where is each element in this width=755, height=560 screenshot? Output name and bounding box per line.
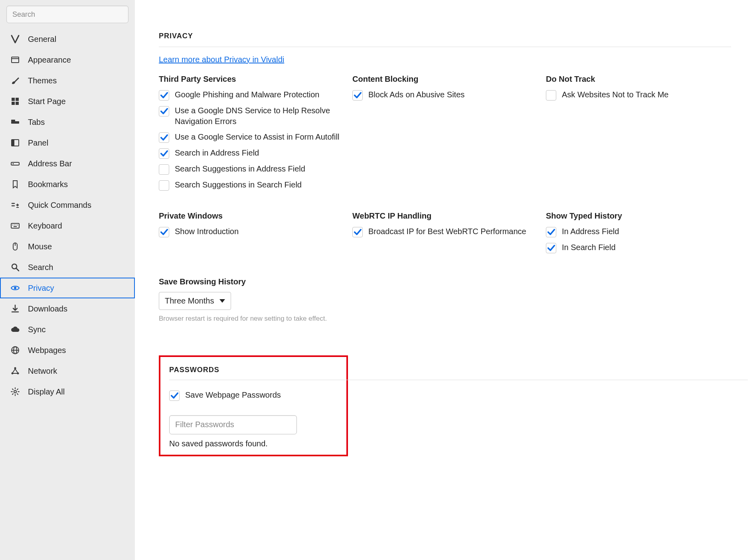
sidebar-item-webpages[interactable]: Webpages	[0, 340, 135, 361]
history-hint: Browser restart is required for new sett…	[159, 314, 330, 323]
svg-point-28	[14, 367, 16, 369]
group-title: Save Browsing History	[159, 277, 731, 286]
svg-rect-2	[12, 98, 15, 101]
svg-point-16	[16, 225, 16, 225]
sidebar-item-quickcommands[interactable]: Quick Commands	[0, 195, 135, 215]
checkbox-icon	[159, 106, 169, 116]
checkbox-icon	[352, 227, 363, 237]
sidebar-item-keyboard[interactable]: Keyboard	[0, 215, 135, 236]
globe-icon	[10, 345, 21, 355]
option-label: Show Introduction	[175, 226, 348, 237]
search-icon	[10, 262, 21, 272]
select-value: Three Months	[165, 296, 214, 306]
sidebar-item-appearance[interactable]: Appearance	[0, 49, 135, 70]
option[interactable]: Search in Address Field	[159, 148, 348, 159]
group-do-not-track: Do Not Track Ask Websites Not to Track M…	[546, 75, 735, 195]
sidebar-item-label: Quick Commands	[28, 201, 91, 210]
sidebar-item-label: Start Page	[28, 97, 66, 106]
sidebar-item-tabs[interactable]: Tabs	[0, 112, 135, 132]
sidebar-item-bookmarks[interactable]: Bookmarks	[0, 174, 135, 195]
download-icon	[10, 304, 21, 314]
svg-point-15	[14, 225, 15, 225]
checkbox-icon	[159, 132, 169, 143]
addressbar-icon	[10, 159, 21, 168]
privacy-learn-more-link[interactable]: Learn more about Privacy in Vivaldi	[159, 55, 284, 64]
svg-rect-10	[11, 162, 19, 165]
option[interactable]: Use a Google DNS Service to Help Resolve…	[159, 105, 348, 127]
sidebar-item-label: Themes	[28, 76, 57, 85]
group-title: Private Windows	[159, 211, 348, 221]
checkbox-icon	[159, 164, 169, 175]
group-webrtc: WebRTC IP Handling Broadcast IP for Best…	[352, 211, 542, 258]
option[interactable]: Google Phishing and Malware Protection	[159, 89, 348, 101]
grid-icon	[10, 97, 21, 106]
group-title: Do Not Track	[546, 75, 735, 84]
sidebar-item-panel[interactable]: Panel	[0, 132, 135, 153]
svg-rect-13	[11, 223, 19, 228]
svg-point-31	[14, 390, 16, 393]
search-input[interactable]	[6, 6, 128, 23]
sidebar-item-search[interactable]: Search	[0, 257, 135, 278]
group-content-blocking: Content Blocking Block Ads on Abusive Si…	[352, 75, 542, 195]
passwords-status: No saved passwords found.	[169, 439, 338, 448]
bookmark-icon	[10, 179, 21, 189]
option-label: Broadcast IP for Best WebRTC Performance	[368, 226, 542, 237]
option-label: Search Suggestions in Search Field	[175, 179, 348, 190]
sidebar-item-label: Keyboard	[28, 221, 62, 231]
window-icon	[10, 55, 21, 65]
option[interactable]: Block Ads on Abusive Sites	[352, 89, 542, 101]
option[interactable]: Ask Websites Not to Track Me	[546, 89, 735, 101]
group-title: Show Typed History	[546, 211, 735, 221]
option-label: Search in Address Field	[175, 148, 348, 158]
sidebar-item-startpage[interactable]: Start Page	[0, 91, 135, 112]
sidebar-item-general[interactable]: General	[0, 29, 135, 49]
sidebar-item-displayall[interactable]: Display All	[0, 381, 135, 402]
settings-nav: GeneralAppearanceThemesStart PageTabsPan…	[0, 29, 135, 402]
sidebar-item-label: Appearance	[28, 55, 71, 65]
checkbox-icon	[352, 90, 363, 101]
sidebar-item-label: Search	[28, 263, 53, 272]
svg-rect-0	[12, 57, 19, 63]
checkbox-icon	[546, 90, 556, 101]
option-label: Use a Google DNS Service to Help Resolve…	[175, 105, 348, 127]
checkbox-icon	[159, 148, 169, 159]
sidebar-item-mouse[interactable]: Mouse	[0, 236, 135, 257]
option[interactable]: In Address Field	[546, 226, 735, 237]
sidebar-item-label: Mouse	[28, 242, 52, 251]
history-duration-select[interactable]: Three Months	[159, 292, 231, 310]
eye-icon	[10, 283, 21, 293]
checkbox-icon	[169, 390, 180, 401]
sidebar-item-sync[interactable]: Sync	[0, 319, 135, 340]
filter-passwords-input[interactable]	[169, 415, 297, 434]
sidebar-item-label: Network	[28, 367, 57, 376]
chevron-down-icon	[219, 299, 225, 303]
group-title: WebRTC IP Handling	[352, 211, 542, 221]
option[interactable]: Broadcast IP for Best WebRTC Performance	[352, 226, 542, 237]
sidebar-item-privacy[interactable]: Privacy	[0, 278, 135, 298]
option[interactable]: In Search Field	[546, 242, 735, 253]
svg-point-14	[12, 225, 13, 225]
sidebar-item-addressbar[interactable]: Address Bar	[0, 153, 135, 174]
keyboard-icon	[10, 221, 21, 231]
option[interactable]: Search Suggestions in Address Field	[159, 164, 348, 175]
option[interactable]: Search Suggestions in Search Field	[159, 179, 348, 191]
option[interactable]: Show Introduction	[159, 226, 348, 237]
svg-point-23	[14, 287, 16, 289]
sidebar-item-label: Address Bar	[28, 159, 72, 168]
network-icon	[10, 366, 21, 376]
group-typed-history: Show Typed History In Address FieldIn Se…	[546, 211, 735, 258]
sidebar-item-themes[interactable]: Themes	[0, 70, 135, 91]
option-label: Search Suggestions in Address Field	[175, 164, 348, 174]
quick-icon	[10, 200, 21, 210]
option-label: Save Webpage Passwords	[185, 390, 338, 400]
svg-rect-4	[12, 102, 15, 105]
settings-content: PRIVACY Learn more about Privacy in Viva…	[135, 0, 755, 560]
sidebar-item-network[interactable]: Network	[0, 361, 135, 381]
save-passwords-option[interactable]: Save Webpage Passwords	[169, 390, 338, 401]
option-label: Use a Google Service to Assist in Form A…	[175, 132, 348, 142]
svg-rect-6	[11, 121, 19, 124]
option[interactable]: Use a Google Service to Assist in Form A…	[159, 132, 348, 143]
svg-point-11	[13, 163, 14, 164]
passwords-section-highlight: PASSWORDS Save Webpage Passwords No save…	[159, 355, 348, 456]
sidebar-item-downloads[interactable]: Downloads	[0, 298, 135, 319]
